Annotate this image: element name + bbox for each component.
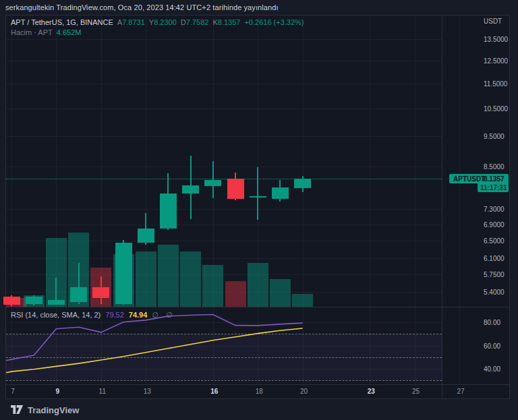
candle-body (115, 243, 132, 304)
time-axis[interactable] (5, 384, 510, 399)
last-price-symbol: APTUSDT (453, 175, 485, 183)
price-grid-line (6, 136, 442, 137)
rsi-level-line (6, 357, 442, 358)
last-price-line (6, 179, 442, 179)
rsi-title: RSI (14, close, SMA, 14, 2) (11, 311, 100, 319)
time-grid-line (56, 16, 57, 384)
rsi-legend[interactable]: RSI (14, close, SMA, 14, 2)79.5274.94∅ ∅ (11, 311, 175, 320)
volume-bar (180, 251, 201, 307)
time-grid-line (11, 16, 12, 384)
volume-bar (136, 251, 156, 307)
tradingview-logo-link[interactable]: TradingView (11, 403, 79, 417)
ohlc-value: 8.1357 (218, 18, 241, 26)
ohlc-value: 7.8731 (122, 18, 145, 26)
price-axis[interactable] (442, 15, 510, 384)
pane-separator[interactable] (5, 307, 510, 307)
rsi-ma-value: 74.94 (129, 311, 148, 319)
tradingview-icon (11, 404, 24, 415)
volume-bar (248, 263, 268, 307)
candle-body (227, 179, 244, 199)
price-grid-line (6, 39, 442, 40)
published-text: serkangultekin TradingView.com, Oca 20, … (5, 3, 279, 11)
rsi-level-line (6, 380, 442, 381)
volume-bar (270, 279, 291, 307)
price-grid-line (6, 109, 442, 109)
ohlc-key: D (181, 18, 186, 26)
tradingview-wordmark: TradingView (28, 405, 79, 415)
price-grid-line (6, 61, 442, 61)
time-grid-line (370, 16, 370, 384)
published-bar: serkangultekin TradingView.com, Oca 20, … (0, 0, 518, 15)
ohlc-value: 7.7582 (186, 18, 209, 26)
candle-body (48, 300, 65, 305)
candle-body (160, 193, 177, 229)
last-price-value: 8.1357 (484, 175, 505, 183)
ohlc-value: 8.2300 (154, 18, 177, 26)
volume-value: 4.652M (57, 28, 82, 36)
candle-body (250, 196, 266, 198)
ohlc-key: K (212, 18, 217, 26)
symbol-title: APT / TetherUS, 1G, BINANCE (11, 18, 113, 26)
price-grid-line (6, 84, 442, 84)
last-price-tag[interactable]: APTUSDT 8.1357 (449, 174, 509, 183)
symbol-legend[interactable]: APT / TetherUS, 1G, BINANCEA7.8731Y8.230… (11, 18, 304, 26)
change-value: +0.2616 (+3.32%) (244, 18, 304, 26)
ohlc-values: A7.8731Y8.2300D7.7582K8.1357 (113, 18, 241, 26)
candle-body (70, 287, 87, 302)
time-grid-line (213, 16, 214, 384)
price-grid-line (6, 167, 442, 167)
candle-body (138, 229, 154, 242)
rsi-grid-line (6, 322, 442, 323)
candle-body (204, 180, 221, 187)
rsi-grid-line (6, 346, 442, 347)
rsi-value: 79.52 (105, 311, 124, 319)
volume-bar (225, 281, 246, 307)
candle-body (182, 185, 199, 193)
rsi-level-line (6, 334, 442, 334)
candle-body (272, 187, 289, 198)
candle-body (26, 297, 42, 304)
volume-legend[interactable]: Hacim · APT4.652M (11, 28, 81, 36)
price-grid-line (6, 209, 442, 210)
volume-bar (202, 265, 223, 307)
candle-body (92, 287, 109, 298)
volume-bar (158, 245, 179, 307)
price-grid-line (6, 224, 442, 225)
rsi-grid-line (6, 369, 442, 369)
time-grid-line (146, 16, 146, 384)
time-grid-line (415, 16, 415, 384)
time-grid-line (101, 16, 102, 384)
candle-body (294, 179, 311, 187)
bar-countdown: 11:17:31 (478, 183, 509, 192)
bar-countdown-value: 11:17:31 (480, 184, 507, 191)
volume-bar (292, 294, 313, 307)
volume-label: Hacim · APT (11, 28, 53, 36)
tradingview-snapshot: serkangultekin TradingView.com, Oca 20, … (0, 0, 518, 420)
candle-body (3, 297, 20, 305)
time-grid-line (303, 16, 304, 384)
candle-wick (257, 167, 258, 219)
rsi-ghost-values: ∅ ∅ (152, 311, 175, 319)
